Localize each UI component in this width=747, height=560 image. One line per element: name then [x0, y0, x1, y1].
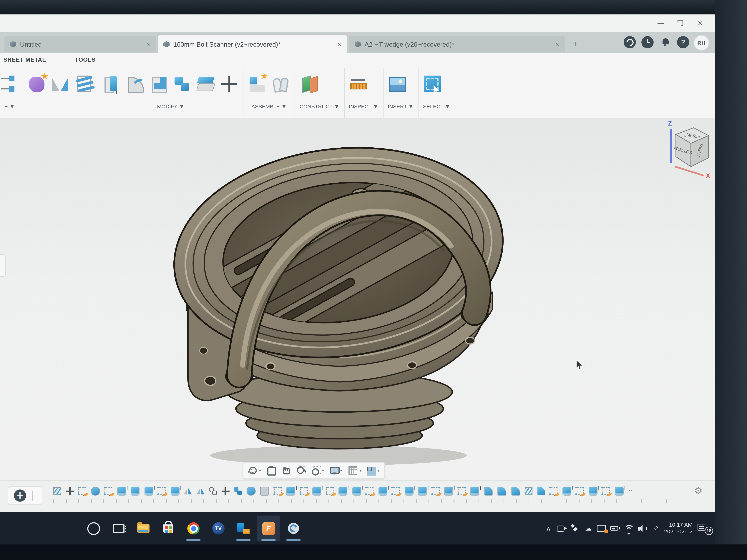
- timeline-feature-derive[interactable]: [209, 487, 217, 495]
- tab-close-icon[interactable]: [555, 41, 559, 48]
- tray-onedrive-icon[interactable]: ☁: [582, 522, 595, 535]
- timeline-feature-sketch[interactable]: [274, 487, 282, 495]
- timeline-feature-sketch[interactable]: [550, 487, 558, 495]
- tray-camera-icon[interactable]: [555, 522, 569, 535]
- timeline-feature-fillet[interactable]: [484, 487, 493, 496]
- restore-button[interactable]: [670, 17, 690, 30]
- timeline-feature-move[interactable]: [66, 487, 74, 495]
- close-button[interactable]: [690, 17, 710, 30]
- tab-160mm-bolt-scanner[interactable]: 160mm Bolt Scanner (v2~recovered)*: [158, 35, 347, 53]
- timeline-feature-sketch[interactable]: [326, 487, 334, 495]
- timeline-feature-mirror[interactable]: [197, 487, 204, 495]
- ribbon-group-label[interactable]: MODIFY ▼: [103, 103, 238, 109]
- timeline-feature-cube[interactable]: [260, 487, 269, 496]
- timeline-feature-extrude[interactable]: [117, 487, 126, 496]
- timeline-feature-extrude[interactable]: [352, 487, 361, 496]
- tab-tools[interactable]: TOOLS: [75, 56, 96, 63]
- triangle-icon[interactable]: [51, 75, 70, 93]
- new-tab-button[interactable]: +: [569, 38, 582, 50]
- taskbar-fusion-button[interactable]: F: [257, 515, 280, 541]
- timeline-feature-extrude[interactable]: [338, 487, 347, 496]
- timeline-feature-form[interactable]: [247, 487, 256, 496]
- move-icon[interactable]: [220, 75, 238, 93]
- timeline-feature-extrude[interactable]: [171, 487, 179, 496]
- taskbar-chrome-button[interactable]: [182, 515, 205, 541]
- timeline-feature-sketch[interactable]: [158, 487, 165, 495]
- timeline-feature-sketch[interactable]: [392, 487, 400, 495]
- joint-icon[interactable]: [271, 75, 290, 93]
- timeline-position-marker[interactable]: [14, 489, 26, 502]
- taskbar-viewer-button[interactable]: [282, 515, 305, 541]
- action-center-icon[interactable]: 18: [696, 522, 713, 535]
- construct-icon[interactable]: [300, 75, 318, 93]
- tray-volume-icon[interactable]: [635, 522, 649, 535]
- notifications-icon[interactable]: [659, 36, 671, 48]
- timeline-feature-sketch[interactable]: [366, 487, 374, 495]
- split-icon[interactable]: [196, 75, 215, 93]
- tab-sheet-metal[interactable]: SHEET METAL: [3, 56, 46, 63]
- taskbar-start-button[interactable]: [82, 515, 104, 541]
- timeline-marker-handle[interactable]: [32, 490, 33, 501]
- flange-icon[interactable]: [4, 75, 23, 93]
- timeline-feature-sketch[interactable]: [458, 487, 466, 495]
- form-icon[interactable]: [28, 75, 47, 93]
- taskbar-store-button[interactable]: [157, 515, 180, 541]
- timeline-feature-mirror[interactable]: [184, 487, 192, 495]
- timeline-feature-fillet[interactable]: [497, 487, 506, 496]
- timeline-feature-form[interactable]: [91, 487, 100, 496]
- timeline-feature-sketch[interactable]: [432, 487, 439, 495]
- timeline-feature-sketch[interactable]: [602, 487, 610, 495]
- timeline-feature-extrude[interactable]: [562, 487, 571, 496]
- timeline-feature-extrude[interactable]: [378, 487, 387, 496]
- avatar[interactable]: RH: [694, 35, 709, 51]
- taskbar-outlook-button[interactable]: [232, 515, 255, 541]
- pan-button[interactable]: [281, 465, 291, 476]
- model-160mm-bolt-scanner[interactable]: [155, 126, 517, 471]
- tab-close-icon[interactable]: [146, 41, 150, 48]
- ribbon-group-label[interactable]: INSPECT ▼: [349, 103, 378, 109]
- ribbon-group-label[interactable]: ASSEMBLE ▼: [248, 103, 290, 109]
- tray-cast-icon[interactable]: [595, 522, 609, 535]
- tab-close-icon[interactable]: [337, 41, 341, 48]
- pressL-icon[interactable]: [150, 75, 169, 93]
- look-at-button[interactable]: [266, 465, 276, 476]
- timeline-feature-extrude[interactable]: [405, 487, 413, 496]
- timeline-feature-web[interactable]: [53, 487, 61, 495]
- timeline-feature-sketch[interactable]: [104, 487, 112, 495]
- orbit-button[interactable]: ▾: [248, 465, 261, 476]
- timeline-feature-extrude[interactable]: [588, 487, 597, 496]
- timeline-feature-extrude[interactable]: [144, 487, 153, 496]
- inspect-icon[interactable]: [349, 75, 368, 93]
- stack-icon[interactable]: [75, 75, 93, 93]
- timeline-feature-extrude[interactable]: [444, 487, 453, 496]
- help-icon[interactable]: ?: [677, 36, 689, 48]
- zoom-button[interactable]: [296, 465, 306, 476]
- timeline-feature-ellipsis[interactable]: …: [628, 487, 635, 495]
- taskbar-tv-button[interactable]: TV: [207, 515, 230, 541]
- view-cube[interactable]: Z X FRONT BOTTOM RIGHT: [659, 119, 715, 178]
- fillet-icon[interactable]: [126, 75, 145, 93]
- timeline-feature-extrude[interactable]: [131, 487, 139, 496]
- timeline-feature-sketch[interactable]: [576, 487, 584, 495]
- tray-dropbox-icon[interactable]: [569, 522, 582, 535]
- tray-battery-icon[interactable]: [609, 522, 622, 535]
- ribbon-group-label[interactable]: CONSTRUCT ▼: [300, 103, 339, 109]
- ribbon-group-label[interactable]: INSERT ▼: [388, 103, 414, 109]
- timeline-feature-fillet[interactable]: [511, 487, 520, 496]
- ribbon-group-label[interactable]: SELECT ▼: [423, 103, 450, 109]
- model-canvas[interactable]: Z X FRONT BOTTOM RIGHT: [0, 118, 715, 480]
- timeline-feature-web[interactable]: [525, 487, 533, 495]
- history-icon[interactable]: [641, 36, 654, 48]
- timeline-feature-sketch[interactable]: [78, 487, 86, 495]
- tab-untitled[interactable]: Untitled: [4, 36, 156, 52]
- viewports-button[interactable]: ▾: [366, 465, 380, 476]
- timeline-feature-extrude[interactable]: [312, 487, 321, 496]
- combine-icon[interactable]: [173, 75, 192, 93]
- display-settings-button[interactable]: ▾: [329, 465, 342, 476]
- timeline-settings-gear-icon[interactable]: ⚙: [694, 485, 702, 497]
- newcomp-icon[interactable]: [248, 75, 267, 93]
- timeline-feature-combine[interactable]: [234, 487, 242, 495]
- tray-hidden-icons-icon[interactable]: ∧: [542, 522, 555, 535]
- taskbar-clock[interactable]: 10:17 AM 2021-02-12: [664, 522, 693, 535]
- tab-a2-ht-wedge[interactable]: A2 HT wedge (v26~recovered)*: [349, 36, 565, 52]
